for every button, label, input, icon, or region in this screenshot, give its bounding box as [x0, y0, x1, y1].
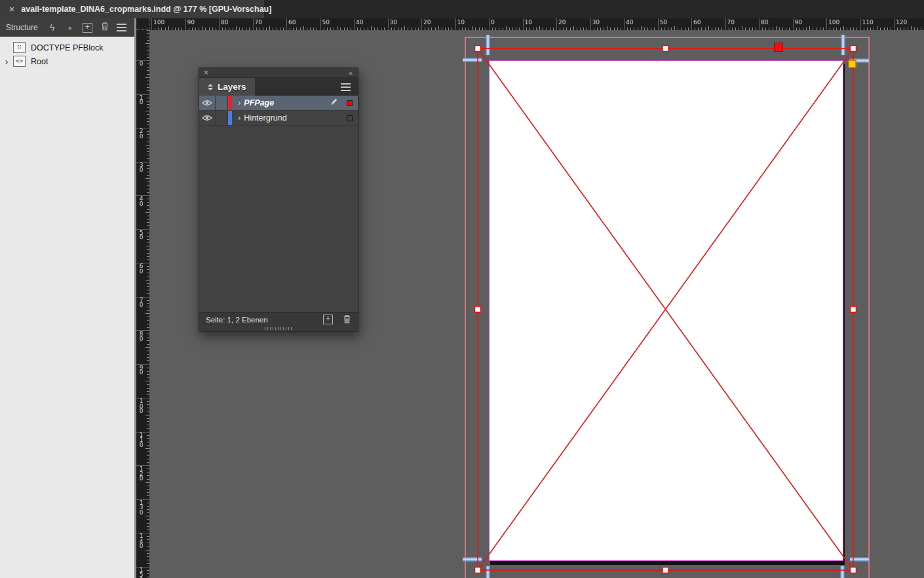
ruler-tick	[489, 18, 490, 30]
ruler-tick	[136, 60, 149, 61]
ruler-tick	[136, 162, 149, 163]
record-dot-icon[interactable]: ●	[66, 24, 75, 31]
ruler-label: 40	[356, 19, 363, 26]
panel-close-icon[interactable]: ×	[204, 69, 208, 77]
delete-layer-icon[interactable]	[343, 315, 351, 325]
visibility-eye-icon[interactable]	[199, 111, 216, 125]
selection-handle[interactable]	[663, 568, 668, 573]
layer-row-pfpage[interactable]: ›PFPage	[199, 96, 358, 111]
ruler-tick	[136, 330, 149, 331]
panel-resize-grip[interactable]	[199, 326, 358, 331]
layers-panel-tabstrip: Layers	[199, 78, 358, 96]
vertical-ruler[interactable]: 01 02 03 04 05 06 07 08 09 01 0 01 1 01 …	[136, 30, 149, 578]
ruler-label: 6 0	[137, 264, 145, 274]
ruler-tick	[793, 18, 794, 30]
delete-element-icon[interactable]	[101, 22, 109, 33]
ruler-tick	[826, 18, 827, 30]
ruler-label: 50	[322, 19, 330, 26]
layer-color-bar	[228, 111, 232, 125]
ruler-tick	[136, 263, 149, 263]
selection-handle[interactable]	[663, 46, 668, 52]
tab-close-icon[interactable]: ×	[9, 0, 14, 18]
selection-handle[interactable]	[475, 307, 481, 313]
ruler-label: 0	[491, 19, 495, 26]
ruler-tick	[759, 18, 760, 30]
document-tab[interactable]: × avail-template_DINA6_cropmarks.indd @ …	[0, 0, 264, 18]
ruler-label: 2 0	[137, 129, 145, 139]
ruler-label: 5 0	[137, 231, 145, 241]
ruler-tick	[658, 18, 659, 30]
lock-toggle-cell[interactable]	[216, 111, 228, 125]
panel-cycle-icon	[208, 84, 213, 90]
proxy-cell	[341, 115, 358, 121]
selection-handle[interactable]	[475, 568, 481, 573]
selection-handle[interactable]	[475, 46, 481, 52]
new-layer-icon[interactable]: +	[323, 315, 333, 324]
ruler-label: 9 0	[137, 366, 145, 376]
lightning-icon[interactable]: ϟ	[47, 22, 58, 33]
ruler-label: 100	[153, 19, 164, 26]
layer-name[interactable]: PFPage	[244, 98, 274, 107]
structure-panel-header: Structure ϟ ● +	[0, 18, 134, 37]
selection-proxy-square[interactable]	[347, 100, 353, 106]
lock-toggle-cell[interactable]	[216, 96, 228, 110]
ruler-label: 1 0 0	[137, 399, 145, 414]
layers-panel-titlebar[interactable]: × «	[199, 68, 358, 78]
ruler-label: 30	[592, 19, 600, 26]
selection-handle[interactable]	[851, 46, 857, 52]
ruler-tick	[136, 499, 149, 500]
expand-chevron-icon[interactable]: ›	[0, 56, 13, 67]
filled-anchor-handle[interactable]	[775, 43, 783, 52]
selection-handle[interactable]	[851, 568, 857, 573]
layer-expander-icon[interactable]: ›	[238, 96, 241, 109]
panel-collapse-icon[interactable]: «	[349, 69, 353, 77]
layer-name[interactable]: Hintergrund	[244, 113, 286, 123]
ruler-label: 0	[137, 62, 145, 67]
structure-item-root[interactable]: › <> Root	[0, 54, 134, 68]
structure-menu-icon[interactable]	[117, 27, 126, 28]
ruler-tick	[421, 18, 422, 30]
visibility-eye-icon[interactable]	[199, 96, 216, 110]
crop-marks-core	[463, 35, 869, 578]
ruler-tick	[286, 18, 287, 30]
ruler-label: 100	[828, 19, 839, 26]
ruler-tick	[136, 195, 149, 196]
add-element-icon[interactable]: +	[83, 23, 92, 33]
ruler-tick	[894, 18, 895, 30]
ruler-label: 1 3 0	[137, 501, 145, 516]
ruler-label: 10	[525, 19, 532, 26]
ruler-tick	[136, 94, 149, 95]
ruler-label: 40	[626, 19, 633, 26]
ruler-tick	[725, 18, 726, 30]
ruler-label: 1 2 0	[137, 467, 145, 482]
selection-proxy-square[interactable]	[347, 115, 353, 121]
indesign-window: × avail-template_DINA6_cropmarks.indd @ …	[0, 0, 924, 578]
ruler-tick	[136, 465, 149, 466]
selection-handle[interactable]	[851, 307, 857, 313]
corner-options-widget[interactable]	[849, 60, 856, 67]
ruler-label: 60	[693, 19, 701, 26]
layer-expander-icon[interactable]: ›	[238, 111, 241, 125]
ruler-label: 1 1 0	[137, 433, 145, 448]
ruler-origin-corner[interactable]	[136, 18, 149, 30]
ruler-label: 30	[390, 19, 397, 26]
horizontal-ruler[interactable]: 1009080706050403020100102030405060708090…	[149, 18, 924, 30]
ruler-tick	[523, 18, 524, 30]
layers-list: ›PFPage›Hintergrund	[199, 96, 358, 312]
layers-tab-label: Layers	[218, 82, 246, 92]
structure-item-doctype[interactable]: ∷ DOCTYPE PFBlock	[0, 41, 134, 54]
structure-item-label: Root	[31, 57, 48, 66]
layers-menu-icon[interactable]	[341, 87, 351, 88]
ruler-label: 60	[288, 19, 296, 26]
structure-panel-title: Structure	[6, 23, 38, 32]
layer-row-hintergrund[interactable]: ›Hintergrund	[199, 111, 358, 126]
ruler-label: 70	[727, 19, 735, 26]
ruler-label: 4 0	[137, 197, 145, 206]
structure-tree: ∷ DOCTYPE PFBlock › <> Root	[0, 37, 134, 68]
ruler-label: 20	[558, 19, 566, 26]
tab-layers[interactable]: Layers	[199, 78, 255, 96]
ruler-label: 120	[896, 19, 907, 26]
ruler-tick	[590, 18, 591, 30]
ruler-tick	[320, 18, 321, 30]
ruler-tick	[253, 18, 254, 30]
